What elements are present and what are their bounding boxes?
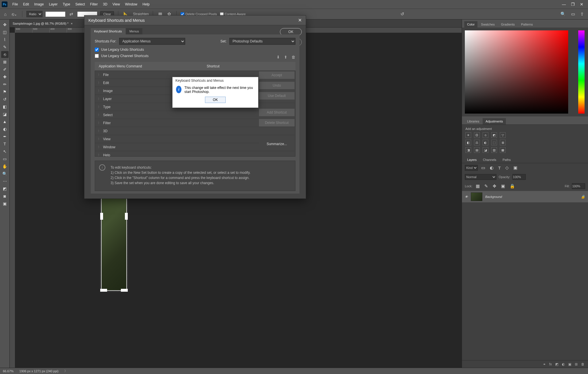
home-icon[interactable]: ⌂ <box>3 12 8 17</box>
tab-paths[interactable]: Paths <box>500 157 514 163</box>
shape-tool-icon[interactable]: ▭ <box>1 155 9 162</box>
visibility-icon[interactable]: 👁 <box>465 195 468 198</box>
use-default-button[interactable]: Use Default <box>259 92 295 100</box>
opacity-input[interactable] <box>512 174 526 180</box>
fill-input[interactable] <box>572 183 585 189</box>
layer-mask-icon[interactable]: ◩ <box>555 362 558 366</box>
tab-patterns[interactable]: Patterns <box>518 21 536 28</box>
swap-dimensions-icon[interactable]: ⇄ <box>68 11 74 17</box>
menu-window[interactable]: Window <box>123 0 140 9</box>
layer-style-icon[interactable]: fx <box>549 362 552 366</box>
eyedropper-tool-icon[interactable]: ✐ <box>1 66 9 73</box>
tab-menus[interactable]: Menus <box>126 28 142 34</box>
photo-filter-icon[interactable]: ⬚ <box>491 140 497 145</box>
eraser-tool-icon[interactable]: ◧ <box>1 103 9 110</box>
tab-swatches[interactable]: Swatches <box>478 21 498 28</box>
crop-tool-icon[interactable]: ⎋ <box>1 51 9 58</box>
tab-layers[interactable]: Layers <box>464 157 479 163</box>
window-minimize-icon[interactable]: — <box>562 2 566 7</box>
new-layer-icon[interactable]: ⊞ <box>575 362 578 366</box>
menu-help[interactable]: Help <box>140 0 152 9</box>
filter-pixel-icon[interactable]: ▭ <box>480 165 486 170</box>
menu-3d[interactable]: 3D <box>100 0 110 9</box>
tab-adjustments[interactable]: Adjustments <box>483 118 506 124</box>
tab-close-icon[interactable]: × <box>71 20 73 28</box>
menu-view[interactable]: View <box>110 0 123 9</box>
tab-channels[interactable]: Channels <box>480 157 499 163</box>
menu-file[interactable]: File <box>10 0 20 9</box>
reset-crop-icon[interactable]: ↺ <box>399 11 405 17</box>
dialog-close-icon[interactable]: ✕ <box>298 17 302 23</box>
menu-layer[interactable]: Layer <box>46 0 60 9</box>
alert-ok-button[interactable]: OK <box>205 97 226 103</box>
new-set-icon[interactable]: ⬆ <box>284 55 287 59</box>
crop-handle[interactable] <box>100 289 107 292</box>
path-select-tool-icon[interactable]: ↖ <box>1 148 9 155</box>
menu-type[interactable]: Type <box>60 0 73 9</box>
tab-color[interactable]: Color <box>464 21 477 28</box>
undo-button[interactable]: Undo <box>259 81 295 89</box>
menu-select[interactable]: Select <box>73 0 87 9</box>
delete-layer-icon[interactable]: 🗑 <box>581 362 585 366</box>
lock-artboard-icon[interactable]: ▣ <box>500 184 506 189</box>
curves-icon[interactable]: ⎋ <box>483 132 488 138</box>
exposure-icon[interactable]: ◩ <box>491 132 497 138</box>
color-balance-icon[interactable]: ⚖ <box>474 140 480 145</box>
lock-position-icon[interactable]: ✥ <box>492 184 498 189</box>
share-icon[interactable]: ⇪ <box>579 11 585 17</box>
color-field[interactable] <box>465 30 568 114</box>
ratio-dropdown[interactable]: Ratio <box>26 11 42 17</box>
screen-mode-icon[interactable]: ▣ <box>1 200 9 207</box>
levels-icon[interactable]: ⛋ <box>474 132 480 138</box>
menu-filter[interactable]: Filter <box>88 0 100 9</box>
shortcuts-for-dropdown[interactable]: Application Menus <box>119 38 185 45</box>
filter-type-icon[interactable]: T <box>497 165 502 170</box>
posterize-icon[interactable]: ▤ <box>474 147 480 153</box>
add-shortcut-button[interactable]: Add Shortcut <box>259 108 295 116</box>
legacy-undo-checkbox[interactable]: Use Legacy Undo Shortcuts <box>95 48 295 52</box>
filter-smart-icon[interactable]: ▣ <box>512 165 519 170</box>
command-row[interactable]: 〉Help <box>95 151 295 157</box>
stamp-tool-icon[interactable]: ⚑ <box>1 88 9 95</box>
hand-tool-icon[interactable]: ✋ <box>1 163 9 170</box>
group-icon[interactable]: ▣ <box>568 362 571 366</box>
hue-slider[interactable] <box>578 30 585 114</box>
set-dropdown[interactable]: Photoshop Defaults <box>229 38 295 45</box>
document-tab[interactable]: SampleImage-1.jpg @ 66.7% (RGB/8) *× <box>10 20 76 28</box>
marquee-tool-icon[interactable]: ◫ <box>1 29 9 36</box>
frame-tool-icon[interactable]: ⊠ <box>1 59 9 65</box>
menu-edit[interactable]: Edit <box>20 0 32 9</box>
quick-mask-icon[interactable]: ◙ <box>1 193 9 200</box>
tab-libraries[interactable]: Libraries <box>464 118 482 124</box>
dialog-title-bar[interactable]: Keyboard Shortcuts and Menus ✕ <box>84 15 306 25</box>
window-restore-icon[interactable]: ❐ <box>571 2 575 7</box>
crop-handle[interactable] <box>121 289 128 292</box>
status-chevron-icon[interactable]: 〉 <box>64 369 67 373</box>
dodge-tool-icon[interactable]: ◐ <box>1 126 9 133</box>
status-zoom[interactable]: 66.67% <box>3 369 13 373</box>
brush-tool-icon[interactable]: ✏ <box>1 81 9 88</box>
history-brush-tool-icon[interactable]: ↺ <box>1 96 9 103</box>
summarize-button[interactable]: Summarize... <box>259 140 295 148</box>
invert-icon[interactable]: ◨ <box>465 147 471 153</box>
delete-shortcut-button[interactable]: Delete Shortcut <box>259 119 295 127</box>
crop-handle[interactable] <box>125 213 128 220</box>
workspace-icon[interactable]: ▭ <box>570 11 576 17</box>
window-close-icon[interactable]: ✕ <box>580 2 583 7</box>
adjustment-layer-icon[interactable]: ◐ <box>562 362 565 366</box>
crop-width-input[interactable] <box>45 11 65 17</box>
selective-color-icon[interactable]: ▦ <box>500 147 506 153</box>
pen-tool-icon[interactable]: ✒ <box>1 133 9 140</box>
healing-tool-icon[interactable]: ✚ <box>1 73 9 80</box>
threshold-icon[interactable]: ◪ <box>483 147 488 153</box>
hue-saturation-icon[interactable]: ◧ <box>465 140 471 145</box>
foreground-background-icon[interactable]: ◩ <box>1 185 9 192</box>
legacy-channel-checkbox[interactable]: Use Legacy Channel Shortcuts <box>95 54 148 58</box>
link-layers-icon[interactable]: ⚭ <box>543 362 546 366</box>
move-tool-icon[interactable]: ✥ <box>1 21 9 28</box>
channel-mixer-icon[interactable]: ⊞ <box>500 140 506 145</box>
tab-gradients[interactable]: Gradients <box>498 21 518 28</box>
blur-tool-icon[interactable]: ▲ <box>1 118 9 125</box>
type-tool-icon[interactable]: T <box>1 141 9 147</box>
vibrance-icon[interactable]: ▽ <box>500 132 506 138</box>
